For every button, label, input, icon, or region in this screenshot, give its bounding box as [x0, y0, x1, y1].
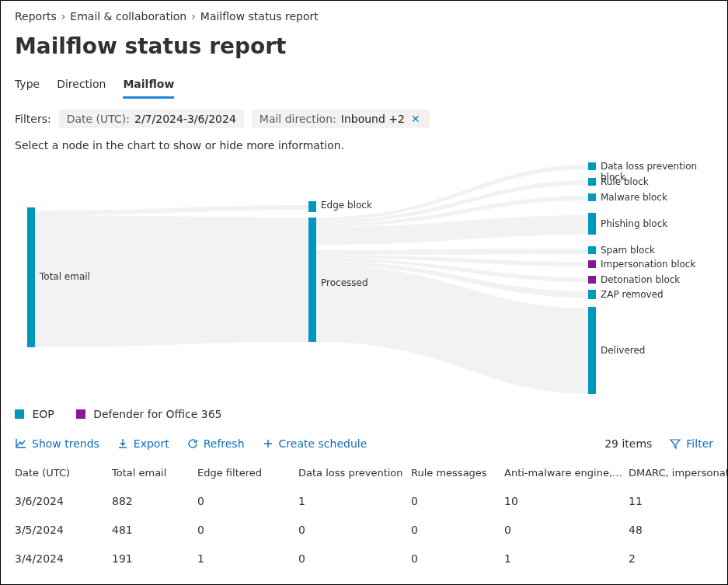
cell-rule: 0	[411, 487, 504, 516]
svg-rect-7	[588, 246, 596, 254]
refresh-label: Refresh	[204, 437, 245, 450]
sankey-node-malware[interactable]: Malware block	[601, 192, 667, 203]
plus-icon	[262, 437, 274, 450]
toolbar: Show trends Export Refresh Create schedu…	[15, 434, 713, 461]
refresh-button[interactable]: Refresh	[186, 437, 245, 450]
cell-rule: 0	[411, 516, 504, 545]
cell-rule: 0	[411, 545, 504, 573]
filter-button[interactable]: Filter	[669, 437, 713, 450]
chart-hint: Select a node in the chart to show or hi…	[15, 139, 713, 151]
svg-rect-10	[588, 290, 596, 299]
square-icon	[76, 409, 85, 419]
legend-label-defender: Defender for Office 365	[93, 408, 221, 420]
col-mal[interactable]: Anti-malware engine, Safe ...	[504, 461, 629, 487]
tab-type[interactable]: Type	[15, 75, 40, 99]
sankey-node-det[interactable]: Detonation block	[601, 274, 680, 285]
svg-rect-5	[588, 193, 596, 201]
tab-mailflow[interactable]: Mailflow	[123, 75, 174, 99]
chart-legend: EOP Defender for Office 365	[15, 408, 713, 420]
cell-date: 3/6/2024	[15, 487, 112, 516]
cell-mal: 0	[504, 516, 629, 545]
sankey-node-zap[interactable]: ZAP removed	[601, 289, 664, 300]
cell-date: 3/5/2024	[15, 516, 112, 545]
svg-rect-6	[588, 213, 596, 235]
filter-pill-direction-value: Inbound +2	[341, 113, 405, 125]
create-schedule-button[interactable]: Create schedule	[262, 437, 367, 450]
cell-total: 882	[112, 487, 197, 516]
col-rule[interactable]: Rule messages	[411, 461, 504, 487]
legend-item-eop[interactable]: EOP	[15, 408, 54, 420]
cell-total: 481	[112, 516, 197, 545]
svg-rect-8	[588, 260, 596, 268]
table-row[interactable]: 3/6/2024 882 0 1 0 10 11 0	[15, 487, 728, 516]
col-date[interactable]: Date (UTC)	[15, 461, 112, 487]
filter-pill-date[interactable]: Date (UTC): 2/7/2024-3/6/2024	[59, 110, 244, 128]
table-row[interactable]: 3/4/2024 191 1 0 0 1 2 5	[15, 545, 728, 573]
svg-rect-11	[588, 307, 596, 394]
col-edge[interactable]: Edge filtered	[197, 461, 298, 487]
legend-item-defender[interactable]: Defender for Office 365	[76, 408, 222, 420]
breadcrumb-item-email-collab[interactable]: Email & collaboration	[70, 10, 186, 23]
filter-pill-direction[interactable]: Mail direction: Inbound +2 ✕	[252, 110, 430, 128]
sankey-node-imp[interactable]: Impersonation block	[601, 259, 695, 270]
filter-pill-direction-key: Mail direction:	[260, 113, 336, 125]
breadcrumb-item-reports[interactable]: Reports	[15, 10, 57, 23]
svg-rect-9	[588, 276, 596, 284]
filters-label: Filters:	[15, 113, 51, 125]
cell-dlp: 0	[298, 545, 411, 573]
sankey-node-spam[interactable]: Spam block	[601, 245, 655, 256]
svg-rect-4	[588, 178, 596, 186]
cell-dmarc: 11	[629, 487, 728, 516]
show-trends-label: Show trends	[32, 437, 99, 450]
col-dlp[interactable]: Data loss prevention	[298, 461, 411, 487]
filter-icon	[669, 437, 681, 450]
export-label: Export	[134, 437, 169, 450]
cell-edge: 0	[197, 516, 298, 545]
sankey-node-total[interactable]: Total email	[40, 271, 90, 282]
filter-pill-date-key: Date (UTC):	[67, 113, 130, 125]
square-icon	[15, 409, 24, 419]
refresh-icon	[186, 437, 199, 450]
svg-rect-2	[308, 218, 316, 342]
tab-direction[interactable]: Direction	[57, 75, 106, 99]
filter-label: Filter	[686, 437, 713, 450]
sankey-node-delivered[interactable]: Delivered	[601, 345, 645, 356]
sankey-node-rule[interactable]: Rule block	[601, 176, 649, 187]
cell-dmarc: 2	[629, 545, 728, 573]
breadcrumb: Reports › Email & collaboration › Mailfl…	[15, 10, 713, 23]
table-header-row: Date (UTC) Total email Edge filtered Dat…	[15, 461, 728, 487]
chevron-right-icon: ›	[61, 10, 66, 23]
tabs: Type Direction Mailflow	[15, 75, 713, 99]
sankey-chart[interactable]: Total email Edge block Processed Data lo…	[15, 161, 711, 394]
sankey-node-edge[interactable]: Edge block	[321, 200, 372, 211]
svg-rect-3	[588, 162, 596, 170]
cell-total: 191	[112, 545, 197, 573]
col-dmarc[interactable]: DMARC, impersonation, sp...	[629, 461, 728, 487]
show-trends-button[interactable]: Show trends	[15, 437, 99, 450]
data-table: Date (UTC) Total email Edge filtered Dat…	[15, 461, 728, 573]
filter-pill-date-value: 2/7/2024-3/6/2024	[134, 113, 236, 125]
sankey-node-processed[interactable]: Processed	[321, 277, 368, 288]
trends-icon	[15, 437, 27, 450]
cell-edge: 1	[197, 545, 298, 573]
filter-row: Filters: Date (UTC): 2/7/2024-3/6/2024 M…	[15, 110, 713, 128]
legend-label-eop: EOP	[32, 408, 54, 420]
items-count: 29 items	[604, 437, 652, 450]
cell-mal: 1	[504, 545, 629, 573]
cell-date: 3/4/2024	[15, 545, 112, 573]
create-schedule-label: Create schedule	[279, 437, 367, 450]
chevron-right-icon: ›	[191, 10, 196, 23]
download-icon	[117, 437, 129, 450]
col-total[interactable]: Total email	[112, 461, 197, 487]
table-row[interactable]: 3/5/2024 481 0 0 0 0 48 1	[15, 516, 728, 545]
cell-dlp: 0	[298, 516, 411, 545]
page-title: Mailflow status report	[15, 33, 713, 59]
cell-dlp: 1	[298, 487, 411, 516]
cell-dmarc: 48	[629, 516, 728, 545]
sankey-node-phish[interactable]: Phishing block	[601, 218, 667, 229]
export-button[interactable]: Export	[117, 437, 169, 450]
svg-rect-1	[308, 201, 316, 212]
breadcrumb-item-current: Mailflow status report	[200, 10, 319, 23]
close-icon[interactable]: ✕	[409, 113, 422, 125]
svg-rect-0	[27, 207, 35, 347]
